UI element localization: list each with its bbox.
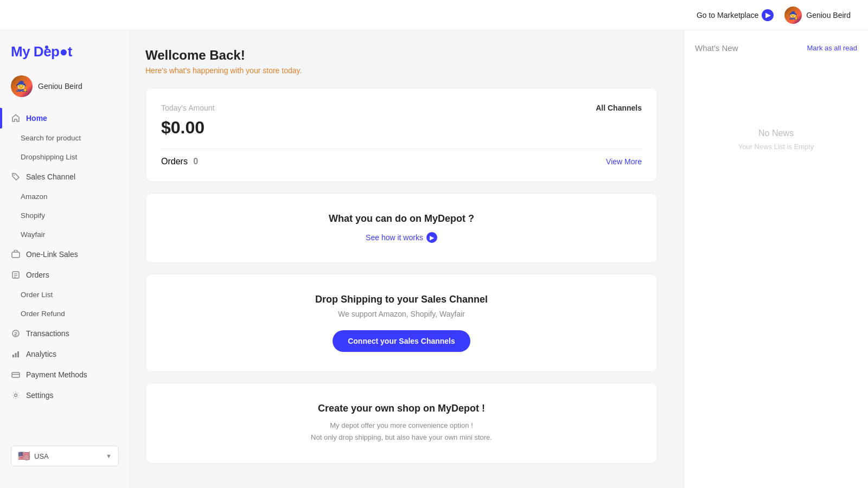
go-to-marketplace-button[interactable]: Go to Marketplace ▶ <box>697 9 774 21</box>
create-shop-desc-line1: My depot offer you more convenience opti… <box>161 420 642 432</box>
sidebar-item-search-product[interactable]: Search for product <box>0 129 130 147</box>
whats-new-header: What's New Mark as all read <box>695 43 857 53</box>
user-name-header: Geniou Beird <box>806 11 851 20</box>
sidebar-item-home[interactable]: Home <box>0 108 130 129</box>
orders-text: Orders <box>161 157 188 166</box>
top-header: Go to Marketplace ▶ 🧙 Geniou Beird <box>0 0 868 30</box>
no-news-section: No News Your News List is Empty <box>695 63 857 151</box>
sidebar-nav: Home Search for product Dropshipping Lis… <box>0 108 130 406</box>
see-how-link[interactable]: See how it works ▶ <box>161 232 642 243</box>
avatar-sidebar: 🧙 <box>11 75 33 97</box>
welcome-header: Wellcome Back! Here's what's happening w… <box>145 48 658 75</box>
svg-rect-10 <box>12 373 20 377</box>
main-content: Wellcome Back! Here's what's happening w… <box>130 30 673 488</box>
mark-all-read-button[interactable]: Mark as all read <box>807 44 857 52</box>
sidebar-bottom: 🇺🇸 USA ▼ <box>0 437 130 475</box>
sidebar-item-one-link-label: One-Link Sales <box>26 250 119 259</box>
tag-icon <box>11 172 21 182</box>
payment-icon <box>11 370 21 380</box>
orders-icon <box>11 270 21 280</box>
today-amount-label: Today's Amount <box>161 104 214 112</box>
drop-ship-subtitle: We support Amazon, Shopify, Wayfair <box>161 310 642 318</box>
create-shop-title: Create your own shop on MyDepot ! <box>161 403 642 414</box>
sidebar-item-transactions[interactable]: Transactions <box>0 323 130 344</box>
layout: My Dep●t 🧙 Geniou Beird Home Search for … <box>0 30 868 488</box>
sidebar-item-sales-channel[interactable]: Sales Channel <box>0 166 130 187</box>
user-area-header[interactable]: 🧙 Geniou Beird <box>784 7 851 24</box>
sidebar-item-order-list-label: Order List <box>21 291 119 299</box>
sidebar-item-dropshipping-label: Dropshipping List <box>21 153 119 161</box>
sidebar-item-shopify-label: Shopify <box>21 211 119 220</box>
sidebar-item-one-link-sales[interactable]: One-Link Sales <box>0 244 130 265</box>
svg-rect-1 <box>12 252 20 258</box>
country-label: USA <box>34 452 49 460</box>
welcome-subtitle: Here's what's happening with your store … <box>145 66 658 75</box>
sidebar-item-amazon[interactable]: Amazon <box>0 187 130 206</box>
logo-area: My Dep●t <box>0 43 130 71</box>
app-logo: My Dep●t <box>11 43 72 60</box>
today-amount-card: Today's Amount All Channels $0.00 Orders… <box>145 88 658 182</box>
create-shop-card: Create your own shop on MyDepot ! My dep… <box>145 383 658 464</box>
orders-count: 0 <box>193 157 198 166</box>
sidebar-item-order-list[interactable]: Order List <box>0 285 130 304</box>
sidebar: My Dep●t 🧙 Geniou Beird Home Search for … <box>0 30 130 488</box>
header-right: Go to Marketplace ▶ 🧙 Geniou Beird <box>697 7 851 24</box>
card-header-row: Today's Amount All Channels <box>161 104 642 112</box>
country-selector[interactable]: 🇺🇸 USA ▼ <box>11 446 119 466</box>
sidebar-item-wayfair-label: Wayfair <box>21 230 119 239</box>
see-how-arrow-icon: ▶ <box>426 232 437 243</box>
user-name-sidebar: Geniou Beird <box>38 82 82 91</box>
svg-rect-9 <box>17 351 19 357</box>
sidebar-item-shopify[interactable]: Shopify <box>0 206 130 225</box>
sidebar-item-orders-label: Orders <box>26 271 119 279</box>
drop-ship-card: Drop Shipping to your Sales Channel We s… <box>145 274 658 372</box>
whats-new-title: What's New <box>695 43 738 53</box>
sidebar-item-order-refund-label: Order Refund <box>21 310 119 318</box>
orders-label: Orders 0 <box>161 157 198 166</box>
dollar-icon <box>11 329 21 338</box>
drop-ship-title: Drop Shipping to your Sales Channel <box>161 294 642 305</box>
sidebar-item-payment-label: Payment Methods <box>26 370 119 379</box>
sidebar-item-analytics-label: Analytics <box>26 350 119 358</box>
no-news-subtitle: Your News List is Empty <box>738 143 814 151</box>
create-shop-desc: My depot offer you more convenience opti… <box>161 420 642 444</box>
user-profile-sidebar: 🧙 Geniou Beird <box>0 71 130 108</box>
analytics-icon <box>11 349 21 359</box>
sidebar-item-settings-label: Settings <box>26 391 119 400</box>
sidebar-item-settings[interactable]: Settings <box>0 385 130 406</box>
sidebar-item-amazon-label: Amazon <box>21 192 119 201</box>
sidebar-item-payment-methods[interactable]: Payment Methods <box>0 364 130 385</box>
country-flag: 🇺🇸 <box>18 450 30 462</box>
home-icon <box>11 113 21 123</box>
welcome-title: Wellcome Back! <box>145 48 658 63</box>
no-news-title: No News <box>758 129 794 138</box>
what-you-can-do-title: What you can do on MyDepot ? <box>161 213 642 224</box>
orders-row: Orders 0 View More <box>161 157 642 166</box>
svg-rect-8 <box>15 353 17 357</box>
link-icon <box>11 249 21 259</box>
what-you-can-do-card: What you can do on MyDepot ? See how it … <box>145 193 658 263</box>
sidebar-item-search-product-label: Search for product <box>21 134 119 142</box>
sidebar-item-dropshipping-list[interactable]: Dropshipping List <box>0 147 130 166</box>
go-to-marketplace-label: Go to Marketplace <box>697 11 758 20</box>
sidebar-item-analytics[interactable]: Analytics <box>0 344 130 364</box>
create-shop-desc-line2: Not only drop shipping, but also have yo… <box>161 432 642 444</box>
sidebar-item-home-label: Home <box>26 114 119 123</box>
see-how-label: See how it works <box>366 233 423 242</box>
card-divider <box>161 149 642 149</box>
sidebar-item-sales-channel-label: Sales Channel <box>26 172 119 181</box>
settings-icon <box>11 390 21 400</box>
avatar-header: 🧙 <box>784 7 802 24</box>
right-panel: What's New Mark as all read No News Your… <box>684 30 868 488</box>
sidebar-item-transactions-label: Transactions <box>26 329 119 338</box>
view-more-link[interactable]: View More <box>606 157 642 166</box>
chevron-down-icon: ▼ <box>106 453 112 459</box>
marketplace-icon: ▶ <box>762 9 774 21</box>
sidebar-item-order-refund[interactable]: Order Refund <box>0 304 130 323</box>
svg-rect-7 <box>12 355 14 357</box>
connect-sales-channels-button[interactable]: Connect your Sales Channels <box>333 330 470 352</box>
sidebar-item-orders[interactable]: Orders <box>0 265 130 285</box>
svg-point-0 <box>14 175 15 176</box>
sidebar-item-wayfair[interactable]: Wayfair <box>0 225 130 244</box>
amount-value: $0.00 <box>161 118 642 138</box>
